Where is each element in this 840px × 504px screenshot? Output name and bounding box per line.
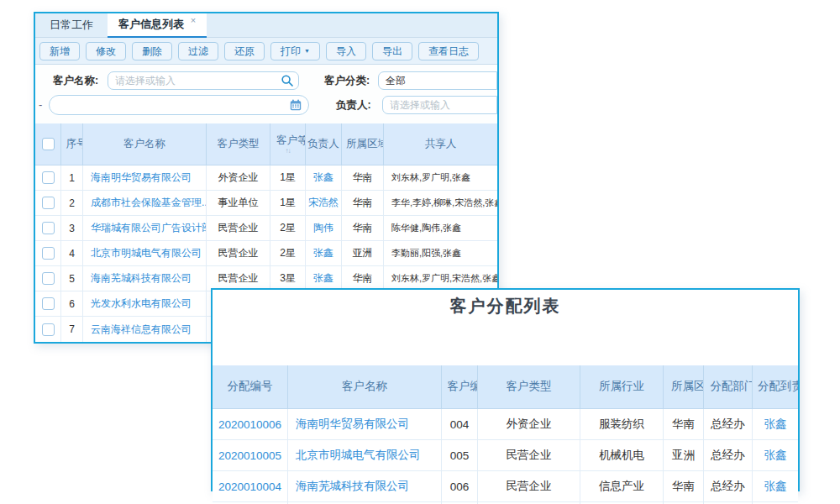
row-checkbox[interactable] — [42, 272, 55, 285]
calendar-icon[interactable] — [289, 98, 302, 112]
customer-category-select[interactable] — [378, 71, 497, 90]
department-cell: 总经办 — [704, 440, 753, 470]
print-label: 打印 — [281, 43, 301, 60]
table-row[interactable]: 1海南明华贸易有限公司外资企业1星张鑫华南刘东林,罗广明,张鑫 — [35, 165, 497, 191]
tab-label: 日常工作 — [50, 18, 93, 31]
select-all-checkbox[interactable] — [42, 138, 55, 150]
date-range-separator: - — [39, 95, 42, 115]
owner-cell[interactable]: 宋浩然 — [306, 191, 342, 215]
sort-icon[interactable]: ↑↓ — [286, 148, 291, 155]
panel-title: 客户分配列表 — [213, 290, 798, 322]
col-assignee: 分配到责任人 — [753, 365, 798, 408]
col-region: 所属区域 — [342, 123, 384, 165]
customer-name-cell[interactable]: 海南芜城科技有限公司 — [288, 471, 442, 501]
tab-label: 客户信息列表 — [118, 18, 184, 30]
col-department: 分配部门 — [704, 365, 753, 408]
restore-button[interactable]: 还原 — [224, 42, 265, 60]
owner-cell[interactable]: 陶伟 — [306, 216, 342, 240]
table-row[interactable]: 2020010005北京市明城电气有限公司005民营企业机械机电亚洲总经办张鑫 — [213, 440, 798, 471]
table-row[interactable]: 2020010004海南芜城科技有限公司006民营企业信息产业华南总经办张鑫 — [213, 471, 798, 502]
shared-cell: 李华,李婷,柳琳,宋浩然,张鑫 — [384, 191, 497, 215]
allocation-id-cell[interactable]: 2020010005 — [213, 440, 288, 470]
col-shared: 共享人 — [384, 123, 497, 165]
row-checkbox[interactable] — [42, 297, 55, 310]
customer-name-label: 客户名称: — [53, 71, 98, 90]
import-button[interactable]: 导入 — [326, 42, 366, 60]
owner-label: 负责人: — [336, 96, 371, 114]
industry-cell: 服装纺织 — [580, 409, 664, 439]
caret-down-icon: ▼ — [304, 43, 310, 60]
table-row[interactable]: 2020010006海南明华贸易有限公司004外资企业服装纺织华南总经办张鑫 — [213, 409, 798, 440]
owner-input[interactable] — [382, 96, 497, 114]
edit-button[interactable]: 修改 — [86, 42, 126, 60]
customer-no-cell: 006 — [442, 471, 478, 501]
row-checkbox[interactable] — [42, 247, 55, 260]
assignee-cell[interactable]: 张鑫 — [753, 440, 798, 470]
col-customer-name: 客户名称 — [83, 123, 207, 165]
customer-name-cell[interactable]: 北京市明城电气有限公司 — [288, 440, 442, 470]
region-cell: 华南 — [342, 216, 384, 240]
table-row[interactable]: 3华瑞城有限公司广告设计部民营企业2星陶伟华南陈华健,陶伟,张鑫 — [35, 216, 497, 241]
industry-cell: 信息产业 — [580, 471, 664, 501]
industry-cell: 机械机电 — [580, 440, 664, 470]
customer-name-cell[interactable]: 海南明华贸易有限公司 — [83, 165, 207, 190]
shared-cell: 刘东林,罗广明,宋浩然,张鑫 — [384, 266, 497, 291]
col-owner: 负责人 — [306, 123, 342, 165]
export-button[interactable]: 导出 — [372, 42, 412, 60]
row-checkbox[interactable] — [42, 222, 55, 234]
search-icon[interactable] — [281, 74, 294, 87]
checkbox-cell — [35, 291, 61, 316]
date-input[interactable] — [49, 95, 309, 115]
filter-area: 客户名称: 客户分类: - 负责人: — [35, 65, 497, 123]
department-cell: 总经办 — [704, 471, 753, 501]
row-checkbox[interactable] — [42, 197, 55, 209]
customer-name-cell[interactable]: 成都市社会保险基金管理... — [83, 191, 207, 215]
region-cell: 华南 — [342, 191, 384, 215]
customer-type-cell: 民营企业 — [207, 266, 270, 291]
customer-type-cell: 民营企业 — [478, 471, 580, 501]
tab-customer-info-list[interactable]: 客户信息列表 × — [108, 13, 207, 38]
seq-cell: 4 — [61, 241, 83, 265]
table-row[interactable]: 2成都市社会保险基金管理...事业单位1星宋浩然华南李华,李婷,柳琳,宋浩然,张… — [35, 191, 497, 216]
customer-no-cell: 004 — [442, 409, 478, 439]
customer-name-cell[interactable]: 海南芜城科技有限公司 — [83, 266, 207, 291]
col-customer-grade[interactable]: 客户等级↑↓ — [270, 123, 306, 165]
customer-type-cell: 民营企业 — [207, 216, 270, 240]
allocation-id-cell[interactable]: 2020010006 — [213, 409, 288, 439]
print-button[interactable]: 打印 ▼ — [270, 42, 320, 60]
checkbox-cell — [35, 216, 61, 240]
seq-cell: 2 — [61, 191, 83, 215]
row-checkbox[interactable] — [42, 323, 55, 336]
customer-name-cell[interactable]: 海南明华贸易有限公司 — [288, 409, 442, 439]
owner-cell[interactable]: 张鑫 — [306, 165, 342, 190]
tab-daily-work[interactable]: 日常工作 — [35, 13, 108, 37]
owner-cell[interactable]: 张鑫 — [306, 241, 342, 265]
customer-type-cell: 民营企业 — [478, 440, 580, 470]
view-log-button[interactable]: 查看日志 — [418, 42, 479, 60]
region-cell: 华南 — [664, 471, 704, 501]
region-cell: 华南 — [664, 409, 704, 439]
customer-name-cell[interactable]: 华瑞城有限公司广告设计部 — [83, 216, 207, 240]
close-icon[interactable]: × — [191, 15, 196, 25]
assignee-cell[interactable]: 张鑫 — [753, 409, 798, 439]
delete-button[interactable]: 删除 — [132, 42, 172, 60]
customer-type-cell: 民营企业 — [207, 241, 270, 265]
customer-name-input[interactable] — [108, 71, 299, 90]
owner-cell[interactable]: 张鑫 — [306, 266, 342, 291]
seq-cell: 3 — [61, 216, 83, 240]
table-row[interactable]: 4北京市明城电气有限公司民营企业2星张鑫亚洲李勤丽,阳强,张鑫 — [35, 241, 497, 266]
page-canvas: 日常工作 客户信息列表 × 新增 修改 删除 过滤 还原 打印 ▼ 导入 导出 … — [0, 0, 840, 504]
customer-name-cell[interactable]: 云南海祥信息有限公司 — [83, 317, 207, 342]
row-checkbox[interactable] — [42, 171, 55, 184]
filter-button[interactable]: 过滤 — [178, 42, 218, 60]
customer-allocation-panel: 客户分配列表 分配编号客户名称客户编号客户类型所属行业所属区域分配部门分配到责任… — [211, 288, 800, 491]
seq-cell: 5 — [61, 266, 83, 291]
new-button[interactable]: 新增 — [39, 42, 80, 60]
customer-name-cell[interactable]: 光发水利水电有限公司 — [83, 291, 207, 316]
customer-name-cell[interactable]: 北京市明城电气有限公司 — [83, 241, 207, 265]
checkbox-cell — [35, 317, 61, 342]
col-customer-name: 客户名称 — [288, 365, 442, 408]
assignee-cell[interactable]: 张鑫 — [753, 471, 798, 501]
customer-grade-cell: 1星 — [270, 165, 306, 190]
allocation-id-cell[interactable]: 2020010004 — [213, 471, 288, 501]
